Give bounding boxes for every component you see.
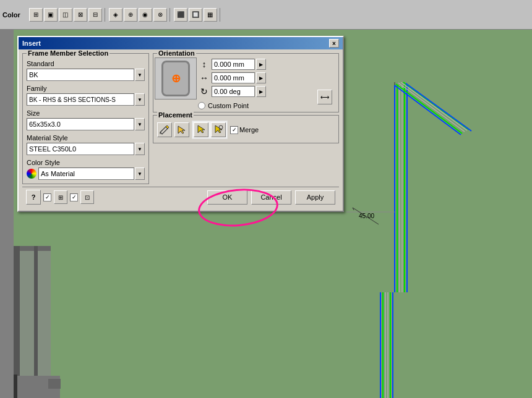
color-select[interactable]: ▼ [27, 167, 145, 180]
svg-rect-5 [34, 246, 38, 398]
ok-button[interactable]: OK [207, 190, 247, 205]
value-btn-1[interactable]: ▶ [256, 59, 266, 70]
family-dropdown-btn[interactable]: ▼ [135, 93, 145, 106]
color-input[interactable] [38, 167, 134, 180]
toolbar-btn-8[interactable]: ◉ [139, 8, 152, 22]
section-shape: ⊕ [161, 61, 190, 96]
toolbar-btn-10[interactable]: ⬛ [174, 8, 187, 22]
icon-btn-1[interactable]: ⊞ [54, 190, 67, 204]
select-cursor-icon [196, 125, 206, 135]
family-field-row: Family ▼ [27, 85, 145, 106]
placement-group: Placement [153, 115, 339, 143]
toolbar-group-3: ⬛ 🔲 ▦ [171, 8, 220, 22]
toolbar-btn-4[interactable]: ⊠ [74, 8, 87, 22]
merge-label: Merge [239, 126, 259, 133]
rotate-icon: ↻ [198, 87, 210, 96]
standard-select[interactable]: ▼ [27, 69, 145, 81]
toolbar-btn-3[interactable]: ◫ [59, 8, 72, 22]
pencil-icon [160, 125, 169, 135]
dialog-close-button[interactable]: × [329, 39, 339, 48]
flip-btn-container: ⟷ [317, 59, 336, 109]
toolbar-group-2: ◈ ⊕ ◉ ⊗ [106, 8, 170, 22]
standard-label: Standard [27, 60, 145, 67]
merge-checkbox[interactable] [230, 126, 238, 134]
bottom-left-controls: ? ⊞ ⊡ [26, 190, 94, 205]
place-btn-select1[interactable] [194, 122, 208, 137]
dialog-title: Insert [22, 40, 41, 47]
svg-rect-1 [0, 30, 14, 398]
section-preview: ⊕ [155, 57, 197, 100]
color-dropdown-btn[interactable]: ▼ [135, 167, 145, 180]
color-field-row: Color Style ▼ [27, 159, 145, 180]
toolbar-btn-5[interactable]: ⊟ [88, 8, 102, 22]
value-btn-2[interactable]: ▶ [256, 72, 266, 83]
dialog-left-panel: Frame Member Selection Standard ▼ Family [22, 53, 149, 184]
bottom-right-buttons: OK Cancel Apply [207, 190, 335, 205]
toolbar-btn-1[interactable]: ⊞ [29, 8, 43, 22]
placement-label: Placement [157, 111, 194, 119]
material-input[interactable] [27, 143, 134, 155]
icon-btn-2[interactable]: ⊡ [80, 190, 94, 204]
help-button[interactable]: ? [26, 190, 41, 205]
select-cursor2-icon [213, 125, 223, 135]
horizontal-arrow-icon: ↔ [198, 73, 210, 83]
svg-point-33 [219, 125, 223, 129]
toolbar-btn-9[interactable]: ⊗ [153, 8, 167, 22]
flip-button[interactable]: ⟷ [317, 90, 332, 104]
material-label: Material Style [27, 134, 145, 142]
orientation-radios: ⊕ [156, 59, 195, 109]
frame-member-group: Frame Member Selection Standard ▼ Family [22, 53, 149, 184]
toolbar-btn-12[interactable]: ▦ [204, 8, 217, 22]
dialog-body: Frame Member Selection Standard ▼ Family [19, 49, 343, 211]
value-input-3[interactable] [212, 86, 255, 97]
svg-rect-8 [48, 379, 61, 389]
material-select[interactable]: ▼ [27, 143, 145, 155]
family-input[interactable] [27, 93, 134, 106]
custom-point-label: Custom Point [208, 102, 249, 109]
custom-point-radio[interactable] [198, 102, 205, 109]
value-btn-3[interactable]: ▶ [256, 86, 266, 97]
place-btn-select2[interactable] [211, 122, 226, 137]
value-input-2[interactable] [212, 72, 255, 83]
checkbox-group-2 [70, 193, 78, 201]
material-dropdown-btn[interactable]: ▼ [135, 143, 145, 155]
checkbox-1[interactable] [43, 193, 51, 201]
standard-dropdown-btn[interactable]: ▼ [135, 69, 145, 81]
orientation-values: ↕ ▶ ↔ ▶ [198, 59, 315, 109]
size-input[interactable] [27, 118, 134, 130]
insert-dialog: Insert × Frame Member Selection Standard… [17, 36, 344, 212]
checkbox-group-1 [43, 193, 51, 201]
orientation-label: Orientation [157, 49, 196, 57]
color-label: Color [2, 11, 20, 19]
place-btn-pencil[interactable] [157, 122, 172, 137]
place-btn-cursor[interactable] [174, 122, 189, 137]
apply-button[interactable]: Apply [295, 190, 335, 205]
frame-member-label: Frame Member Selection [27, 49, 109, 57]
toolbar-btn-6[interactable]: ◈ [109, 8, 122, 22]
orientation-content: ⊕ [156, 59, 336, 109]
canvas-area: 45.00 Insert × Frame Member Selection St… [0, 30, 532, 398]
size-select[interactable]: ▼ [27, 118, 145, 130]
checkbox-2[interactable] [70, 193, 78, 201]
dialog-bottom: ? ⊞ ⊡ OK Cancel Apply [22, 187, 339, 207]
value-input-1[interactable] [212, 59, 255, 70]
dialog-titlebar: Insert × [19, 37, 343, 49]
svg-text:45.00: 45.00 [359, 213, 374, 219]
cancel-button[interactable]: Cancel [251, 190, 291, 205]
standard-field-row: Standard ▼ [27, 60, 145, 81]
placement-content: Merge [157, 121, 335, 139]
family-select[interactable]: ▼ [27, 93, 145, 106]
crosshair-icon: ⊕ [171, 72, 181, 85]
toolbar-btn-11[interactable]: 🔲 [189, 8, 202, 22]
size-dropdown-btn[interactable]: ▼ [135, 118, 145, 130]
dialog-content: Frame Member Selection Standard ▼ Family [22, 53, 339, 184]
standard-input[interactable] [27, 69, 134, 81]
material-field-row: Material Style ▼ [27, 134, 145, 155]
vertical-arrow-icon: ↕ [198, 59, 210, 69]
color-label-field: Color Style [27, 159, 145, 166]
value-row-3: ↻ ▶ [198, 86, 315, 97]
toolbar-btn-7[interactable]: ⊕ [124, 8, 137, 22]
toolbar-group-1: ⊞ ▣ ◫ ⊠ ⊟ [27, 8, 105, 22]
toolbar-btn-2[interactable]: ▣ [44, 8, 58, 22]
size-label: Size [27, 109, 145, 117]
